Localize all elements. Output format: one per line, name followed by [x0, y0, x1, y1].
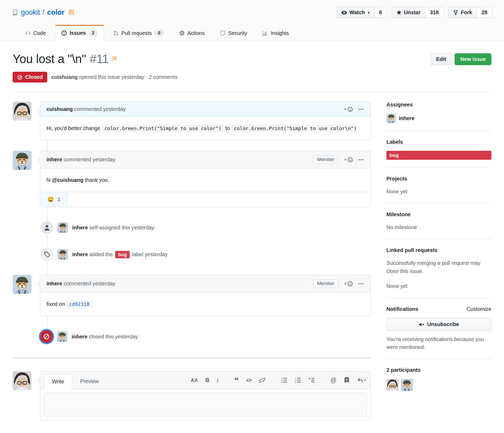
- comment-body: Hi, you'd better change color.Green.Prin…: [40, 117, 370, 140]
- add-reaction-button[interactable]: +: [344, 281, 353, 287]
- page-title: You lost a "\n" #11: [13, 52, 117, 66]
- issue-sidebar: Assignees inhere Labels bug Projects Non…: [386, 102, 491, 420]
- bookmark-icon: [69, 9, 74, 16]
- assignee-inhere[interactable]: inhere: [386, 114, 491, 123]
- repo-icon: [12, 9, 18, 16]
- tab-write[interactable]: Write: [44, 374, 72, 389]
- repo-tab-nav: Code Issues 2 Pull requests 0 Actions: [12, 25, 492, 41]
- event-text: inhere added the bug label yesterday: [72, 251, 167, 257]
- reactions-bar: 1: [40, 192, 370, 207]
- issue-meta: cuishuang opened this issue yesterday · …: [51, 74, 177, 80]
- fork-count[interactable]: 28: [477, 7, 492, 18]
- avatar[interactable]: [13, 151, 32, 170]
- add-reaction-button[interactable]: +: [344, 106, 353, 112]
- kebab-menu-icon[interactable]: •••: [358, 281, 364, 286]
- issue-author: cuishuang: [51, 74, 78, 80]
- sidebar-participants: 2 participants: [386, 367, 491, 399]
- timeline-divider: [13, 357, 371, 359]
- unstar-button[interactable]: ★ Unstar: [392, 7, 425, 18]
- breadcrumb: gookit / color: [12, 8, 74, 17]
- issue-opened-icon: [61, 30, 67, 36]
- tab-actions[interactable]: Actions: [173, 25, 211, 41]
- projects-empty: None yet: [386, 188, 491, 195]
- new-issue-button[interactable]: New issue: [455, 53, 491, 65]
- fork-button[interactable]: Fork: [448, 7, 477, 18]
- comment-author: inhere: [46, 157, 62, 162]
- customize-link[interactable]: Customize: [467, 306, 491, 312]
- tab-issues[interactable]: Issues 2: [55, 25, 104, 41]
- unordered-list-icon[interactable]: [281, 377, 287, 383]
- quote-icon[interactable]: “: [234, 378, 239, 383]
- member-badge[interactable]: Member: [313, 155, 339, 164]
- ordered-list-icon[interactable]: 123: [295, 377, 301, 383]
- comment-cuishuang: cuishuang commented yesterday + •••: [13, 102, 371, 140]
- comment-author: inhere: [46, 281, 62, 286]
- code-icon[interactable]: <>: [246, 377, 251, 383]
- avatar[interactable]: [57, 222, 68, 233]
- chevron-down-icon: ▾: [364, 378, 366, 382]
- saved-replies-icon[interactable]: [344, 377, 350, 383]
- avatar[interactable]: [13, 371, 32, 390]
- bold-icon[interactable]: B: [205, 377, 209, 384]
- comment-author: cuishuang: [46, 106, 73, 112]
- status-badge: Closed: [13, 72, 47, 83]
- watch-count[interactable]: 8: [374, 7, 387, 18]
- repo-name-link[interactable]: color: [47, 8, 65, 17]
- new-comment-editor: Write Preview AA B i “ <>: [13, 371, 371, 420]
- issue-number: #11: [90, 52, 109, 66]
- event-text: inhere closed this yesterday: [72, 334, 138, 340]
- bug-label-chip[interactable]: bug: [115, 251, 130, 258]
- graph-icon: [262, 30, 268, 36]
- text-size-icon[interactable]: AA: [191, 377, 198, 383]
- avatar[interactable]: [57, 249, 68, 260]
- avatar[interactable]: [13, 275, 32, 294]
- italic-icon[interactable]: i: [217, 377, 218, 384]
- unsubscribe-button[interactable]: Unsubscribe: [386, 318, 491, 331]
- comment-body: fixed on cd92318: [40, 292, 370, 316]
- tab-pull-requests[interactable]: Pull requests 0: [107, 25, 170, 41]
- link-icon[interactable]: [259, 377, 265, 383]
- edit-button[interactable]: Edit: [430, 53, 452, 65]
- sidebar-milestone: Milestone No milestone: [386, 212, 491, 239]
- add-reaction-button[interactable]: +: [344, 157, 353, 163]
- shield-icon: [220, 30, 225, 36]
- repo-owner-link[interactable]: gookit: [21, 8, 40, 17]
- markdown-toolbar: AA B i “ <>: [191, 374, 366, 389]
- avatar[interactable]: [401, 379, 413, 391]
- notifications-caption: You’re receiving notifications because y…: [386, 335, 491, 351]
- tasklist-icon[interactable]: [308, 377, 315, 383]
- code-snippet: color.Green.Print("Simple to use color\n…: [231, 125, 359, 132]
- sidebar-projects: Projects None yet: [386, 176, 491, 204]
- bookmark-icon: [112, 56, 117, 61]
- commit-link[interactable]: cd92318: [69, 301, 90, 307]
- kebab-menu-icon[interactable]: •••: [358, 107, 364, 111]
- tab-preview[interactable]: Preview: [72, 374, 107, 389]
- pulls-count-badge: 0: [154, 30, 164, 37]
- person-icon: [41, 221, 53, 234]
- avatar[interactable]: [57, 331, 67, 342]
- linked-prs-empty: None yet: [386, 282, 491, 290]
- tab-insights[interactable]: Insights: [256, 25, 295, 41]
- member-badge[interactable]: Member: [313, 279, 339, 288]
- avatar[interactable]: [13, 102, 32, 121]
- comment-body: hi @cuishuang thank you.: [40, 168, 370, 192]
- smile-reaction-pill[interactable]: 1: [40, 192, 68, 207]
- mention-icon[interactable]: @: [330, 377, 337, 384]
- avatar: [386, 114, 396, 123]
- watch-button[interactable]: Watch ▾: [337, 7, 374, 18]
- user-mention-link[interactable]: @cuishuang: [52, 177, 83, 183]
- pull-request-icon: [113, 30, 119, 36]
- comment-textarea[interactable]: [44, 393, 367, 416]
- avatar[interactable]: [386, 379, 398, 391]
- bug-label-chip[interactable]: bug: [386, 151, 491, 160]
- tab-security[interactable]: Security: [214, 25, 253, 41]
- issues-count-badge: 2: [88, 30, 98, 37]
- comment-inhere-2: inhere commented yesterday Member + •••: [13, 275, 371, 316]
- milestone-empty: No milestone: [386, 223, 491, 231]
- tab-code[interactable]: Code: [19, 25, 52, 41]
- kebab-menu-icon[interactable]: •••: [358, 157, 364, 162]
- issue-timeline: cuishuang commented yesterday + •••: [13, 102, 371, 343]
- reply-icon[interactable]: ▾: [357, 377, 366, 383]
- issue-header: You lost a "\n" #11 Edit New issue Close…: [13, 52, 491, 92]
- star-count[interactable]: 318: [425, 7, 444, 18]
